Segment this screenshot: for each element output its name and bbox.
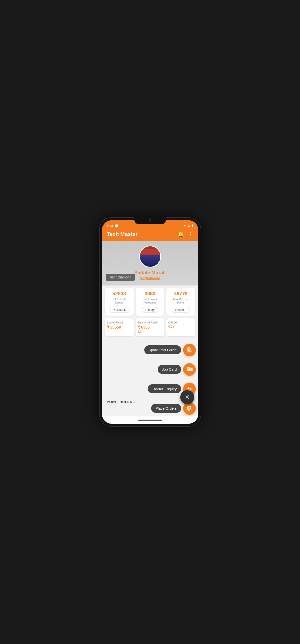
app-header: Tech Master 🔔 ⋮ [102, 229, 198, 241]
fab-overlay: Spare Part Guide PDF Job Card [102, 339, 198, 416]
svg-rect-1 [188, 348, 190, 349]
stat-card-earned: 52838 Total PointsEarned Passbook [105, 288, 134, 316]
wifi-icon: ▼ [183, 224, 186, 228]
retail-card-oib: OIB Oil 0.0 ℓ [166, 318, 195, 336]
phone-frame: 4:08 🕐 ▼ ▲ ▮ Tech Master 🔔 ⋮ Padale Mura… [99, 217, 201, 427]
passbook-button[interactable]: Passbook [109, 307, 129, 313]
fab-label-job-card: Job Card [158, 365, 181, 374]
signal-icon: ▲ [187, 224, 190, 227]
stats-row: 52838 Total PointsEarned Passbook 3060 T… [102, 286, 198, 318]
retail-sub-oib: 0.0 ℓ [168, 325, 193, 328]
header-actions: 🔔 ⋮ [177, 231, 193, 237]
svg-point-9 [187, 387, 189, 390]
svg-text:PDF: PDF [189, 351, 192, 352]
status-left: 4:08 🕐 [107, 224, 119, 228]
battery-icon: ▮ [191, 224, 193, 228]
tier-badge: Tier : Diamond [106, 274, 135, 280]
main-content: Spare Part Guide PDF Job Card [102, 339, 198, 416]
status-icon: 🕐 [115, 224, 119, 228]
profile-section: Padale Murali 9325859968 Tier : Diamond [102, 241, 198, 286]
svg-rect-6 [188, 368, 189, 368]
point-rules-arrow: › [134, 399, 136, 404]
svg-rect-7 [188, 369, 189, 369]
retail-value-spares: ₹ 93650 [107, 325, 132, 330]
fab-item-job-card[interactable]: Job Card [158, 363, 196, 376]
app-title: Tech Master [107, 231, 138, 237]
history-button[interactable]: History [142, 307, 158, 313]
fab-label-tractor-enquiry: Tractor Enquiry [148, 384, 181, 393]
avatar-inner [140, 246, 160, 267]
fab-label-spare-part-guide: Spare Part Guide [144, 345, 181, 354]
redeem-button[interactable]: Redeem [172, 307, 190, 313]
phone-screen: 4:08 🕐 ▼ ▲ ▮ Tech Master 🔔 ⋮ Padale Mura… [102, 220, 198, 424]
retail-label-engine-oil: Engine Oil Retail [138, 321, 162, 324]
stat-value-balance: 49778 [174, 291, 187, 296]
svg-rect-5 [187, 367, 190, 371]
bottom-indicator [138, 420, 162, 420]
bottom-bar [102, 416, 198, 424]
retail-sub-engine-oil: 5.0 ℓ [138, 330, 162, 334]
point-rules-row[interactable]: POINT RULES › [107, 399, 136, 404]
retail-row: Spares Retail ₹ 93650 Engine Oil Retail … [102, 318, 198, 339]
stat-value-earned: 52838 [113, 291, 126, 296]
time-display: 4:08 [107, 224, 113, 228]
profile-name: Padale Murali [134, 270, 166, 276]
stat-label-balance: Total BalancePoints [173, 298, 189, 304]
fab-item-spare-part-guide[interactable]: Spare Part Guide PDF [144, 344, 196, 356]
fab-close-button[interactable]: ✕ [180, 390, 194, 404]
more-menu-icon[interactable]: ⋮ [188, 231, 193, 237]
avatar [139, 246, 161, 268]
fab-icon-job-card[interactable] [183, 363, 196, 376]
stat-label-earned: Total PointsEarned [112, 298, 126, 304]
bell-icon[interactable]: 🔔 [177, 231, 184, 237]
retail-value-engine-oil: ₹ 6350 [138, 325, 162, 330]
retail-label-spares: Spares Retail [107, 321, 132, 324]
stat-card-balance: 49778 Total BalancePoints Redeem [166, 288, 195, 316]
status-right: ▼ ▲ ▮ [183, 224, 193, 228]
stat-value-redeemed: 3060 [145, 291, 155, 296]
fab-label-place-orders: Place Orders [151, 404, 181, 413]
stat-label-redeemed: Total PointsRedeemed [143, 298, 157, 304]
point-rules-text: POINT RULES [107, 400, 132, 404]
retail-card-engine-oil: Engine Oil Retail ₹ 6350 5.0 ℓ [136, 318, 164, 336]
svg-rect-8 [190, 368, 193, 371]
phone-camera [149, 219, 151, 222]
svg-point-10 [190, 388, 191, 389]
fab-icon-spare-part-guide[interactable]: PDF [183, 344, 196, 356]
retail-card-spares: Spares Retail ₹ 93650 [105, 318, 134, 336]
stat-card-redeemed: 3060 Total PointsRedeemed History [136, 288, 164, 316]
retail-label-oib: OIB Oil [168, 321, 193, 324]
profile-phone: 9325859968 [140, 276, 160, 280]
svg-rect-2 [188, 349, 189, 350]
